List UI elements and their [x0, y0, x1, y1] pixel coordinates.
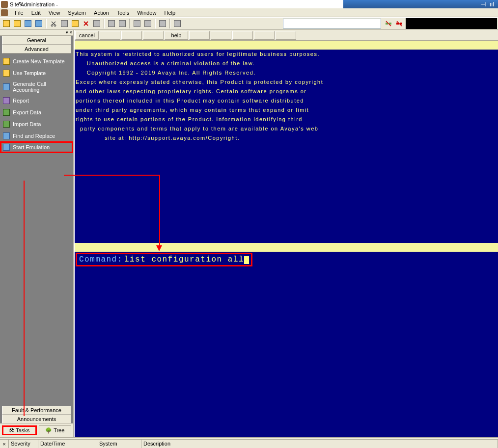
terminal-text-l9: party components and terms that apply to…: [75, 124, 498, 133]
section-advanced[interactable]: Advanced: [2, 45, 71, 53]
terminal-command-row: Command: list configuration all: [75, 252, 498, 267]
terminal-text-l10: site at: http://support.avaya.com/Copyri…: [75, 133, 498, 143]
sidebar-items: Create New Template Use Template Generat…: [0, 53, 73, 406]
menu-system[interactable]: System: [64, 10, 90, 16]
toolbar-system-dropdown[interactable]: [283, 19, 381, 28]
export-icon: [3, 109, 10, 116]
sidebar-item-create-template[interactable]: Create New Template: [0, 55, 73, 67]
toolbar-doc-icon[interactable]: [172, 19, 182, 28]
import-icon: [3, 121, 10, 128]
app-icon: [1, 1, 8, 8]
find-icon: [3, 132, 10, 139]
signal-icon: ııl: [490, 1, 494, 8]
tree-icon: 🌳: [45, 427, 52, 434]
menu-edit[interactable]: Edit: [28, 10, 45, 16]
content-area: cancel help This system is restricted to…: [74, 30, 498, 437]
status-col-description[interactable]: Description: [141, 440, 498, 448]
toolbar-saveall-icon[interactable]: [34, 19, 44, 28]
toolbar-save-icon[interactable]: [23, 19, 33, 28]
term-f6-button[interactable]: [189, 31, 210, 40]
term-f8-button[interactable]: [232, 31, 253, 40]
window-controls: ⊣ ııl: [343, 0, 498, 8]
annotation-arrow-h: [64, 175, 160, 176]
menu-action[interactable]: Action: [90, 10, 113, 16]
term-help-button[interactable]: help: [165, 31, 188, 40]
toolbar-grid-icon[interactable]: [117, 19, 127, 28]
toolbar-copy-icon[interactable]: [59, 19, 69, 28]
section-announcements[interactable]: Announcements: [2, 415, 71, 423]
toolbar-spacer: [406, 18, 497, 29]
term-f9-button[interactable]: [254, 31, 275, 40]
annotation-arrow-v: [159, 175, 160, 247]
status-grid: × Severity Date/Time System Description: [0, 439, 498, 448]
menu-help[interactable]: Help: [160, 10, 179, 16]
terminal-emulator[interactable]: This system is restricted to authorized …: [75, 41, 498, 437]
toolbar-find-icon[interactable]: [132, 19, 142, 28]
sidebar-item-generate-call[interactable]: Generate Call Accounting: [0, 79, 73, 95]
toolbar-paste-icon[interactable]: [70, 19, 80, 28]
toolbar-new-icon[interactable]: [1, 19, 11, 28]
template-icon: [3, 70, 10, 77]
call-icon: [3, 83, 10, 90]
section-general[interactable]: General: [2, 36, 71, 45]
menu-file[interactable]: File: [11, 10, 28, 16]
term-f10-button[interactable]: [276, 31, 296, 40]
command-highlight-box: Command: list configuration all: [76, 253, 252, 266]
menu-bar: File Edit View System Action Tools Windo…: [0, 8, 498, 17]
annotation-arrow-head: [156, 245, 162, 251]
template-icon: [3, 58, 10, 65]
terminal-divider-bar: [75, 243, 498, 252]
term-f7-button[interactable]: [211, 31, 231, 40]
title-bar: Site Administration - ⊣ ııl: [0, 0, 498, 8]
terminal-text-l8: rights to use certain portions of the Pr…: [75, 115, 498, 124]
menu-window[interactable]: Window: [133, 10, 160, 16]
terminal-text-l2: Unauthorized access is a criminal violat…: [75, 59, 498, 68]
toolbar-list-icon[interactable]: [107, 19, 116, 28]
toolbar-delete-icon[interactable]: [81, 19, 91, 28]
annotation-line-tasks: [24, 181, 25, 416]
term-f3-button[interactable]: [121, 31, 142, 40]
tasks-icon: 🛠: [9, 427, 14, 433]
terminal-text-l7: under third party agreements, which may …: [75, 105, 498, 115]
toolbar-report-icon[interactable]: [158, 19, 167, 28]
toolbar: [0, 17, 498, 30]
toolbar-print-icon[interactable]: [143, 19, 153, 28]
tab-tasks[interactable]: 🛠Tasks: [2, 425, 37, 435]
terminal-text-l4: Except where expressly stated otherwise,…: [75, 78, 498, 87]
sidebar-tabs: 🛠Tasks 🌳Tree: [0, 423, 73, 437]
menu-view[interactable]: View: [45, 10, 64, 16]
command-input[interactable]: list configuration all: [124, 255, 244, 264]
sidebar-item-start-emulation[interactable]: Start Emulation: [0, 141, 73, 153]
text-cursor: [244, 256, 249, 264]
toolbar-open-icon[interactable]: [12, 19, 22, 28]
pin-icon[interactable]: ⊣: [481, 1, 486, 8]
sidebar-item-export-data[interactable]: Export Data: [0, 106, 73, 118]
report-icon: [3, 97, 10, 104]
term-f4-button[interactable]: [143, 31, 164, 40]
toolbar-disconnect-icon[interactable]: [394, 19, 404, 28]
sidebar-item-find-replace[interactable]: Find and Replace: [0, 130, 73, 142]
side-panel: ▾ × General Advanced Create New Template…: [0, 30, 74, 437]
section-fault-performance[interactable]: Fault & Performance: [2, 406, 71, 415]
panel-handle[interactable]: ▾ ×: [0, 30, 73, 36]
toolbar-connect-icon[interactable]: [384, 19, 393, 28]
sidebar-item-report[interactable]: Report: [0, 95, 73, 106]
sidebar-item-use-template[interactable]: Use Template: [0, 67, 73, 79]
terminal-text-l1: This system is restricted to authorized …: [75, 50, 498, 59]
terminal-text-l6: portions thereof included in this Produc…: [75, 96, 498, 105]
status-col-system[interactable]: System: [97, 440, 141, 448]
terminal-toolbar: cancel help: [75, 30, 498, 41]
status-handle[interactable]: ×: [0, 440, 9, 448]
status-col-severity[interactable]: Severity: [9, 440, 38, 448]
sidebar-item-import-data[interactable]: Import Data: [0, 118, 73, 130]
tab-tree[interactable]: 🌳Tree: [39, 425, 72, 435]
menu-tools[interactable]: Tools: [113, 10, 134, 16]
terminal-text-l5: and other laws respecting proprietary ri…: [75, 87, 498, 96]
status-col-datetime[interactable]: Date/Time: [38, 440, 97, 448]
term-f2-button[interactable]: [100, 31, 120, 40]
toolbar-props-icon[interactable]: [92, 19, 102, 28]
terminal-header-bar: [75, 41, 498, 50]
command-label: Command:: [79, 255, 123, 264]
toolbar-cut-icon[interactable]: [49, 19, 58, 28]
term-cancel-button[interactable]: cancel: [75, 31, 99, 40]
